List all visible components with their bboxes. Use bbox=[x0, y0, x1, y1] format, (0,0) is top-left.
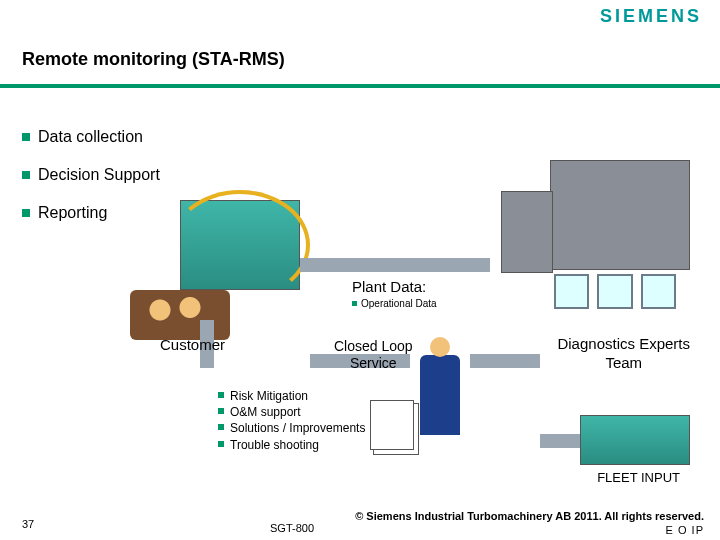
turbine-graphic bbox=[180, 200, 300, 290]
content-area: Data collection Decision Support Reporti… bbox=[0, 100, 720, 510]
closed-loop-line1: Closed Loop bbox=[334, 338, 413, 354]
report-papers-icon bbox=[370, 400, 414, 450]
operational-data-text: Operational Data bbox=[361, 298, 437, 309]
customer-people-graphic bbox=[130, 290, 230, 340]
experts-team-label: Diagnostics Experts Team bbox=[557, 335, 690, 373]
bullet-text: Reporting bbox=[38, 204, 107, 222]
bullet-icon bbox=[22, 209, 30, 217]
customer-label: Customer bbox=[160, 336, 225, 353]
fleet-graphic bbox=[580, 415, 690, 465]
classification-text: E O IP bbox=[666, 524, 704, 536]
bullet-icon bbox=[218, 408, 224, 414]
arrow-icon bbox=[300, 258, 490, 272]
bullet-icon bbox=[22, 133, 30, 141]
bullet-icon bbox=[218, 424, 224, 430]
closed-loop-label: Closed Loop Service bbox=[334, 338, 413, 372]
bullet-text: Trouble shooting bbox=[230, 437, 319, 453]
service-bullet-list: Risk Mitigation O&M support Solutions / … bbox=[218, 388, 365, 453]
brand-logo: SIEMENS bbox=[600, 6, 702, 27]
operational-data-label: Operational Data bbox=[352, 298, 437, 309]
monitor-icon bbox=[554, 274, 589, 309]
experts-workstation-graphic bbox=[550, 270, 680, 330]
bullet-icon bbox=[22, 171, 30, 179]
document-id: SGT-800 bbox=[270, 522, 314, 534]
footer: 37 SGT-800 © Siemens Industrial Turbomac… bbox=[0, 506, 720, 540]
bullet-icon bbox=[218, 392, 224, 398]
monitor-icon bbox=[641, 274, 676, 309]
bullet-text: O&M support bbox=[230, 404, 301, 420]
plant-data-label: Plant Data: bbox=[352, 278, 426, 295]
bullet-icon bbox=[218, 441, 224, 447]
arrow-icon bbox=[540, 434, 580, 448]
bullet-text: Solutions / Improvements bbox=[230, 420, 365, 436]
title-bar: Remote monitoring (STA-RMS) bbox=[0, 34, 720, 88]
top-bar: SIEMENS bbox=[0, 0, 720, 32]
monitor-icon bbox=[597, 274, 632, 309]
bullet-item: Solutions / Improvements bbox=[218, 420, 365, 436]
experts-line1: Diagnostics Experts bbox=[557, 335, 690, 352]
bullet-text: Risk Mitigation bbox=[230, 388, 308, 404]
fleet-input-label: FLEET INPUT bbox=[597, 470, 680, 485]
bullet-icon bbox=[352, 301, 357, 306]
diagram: SIEMENS Plant Data: Operational Data Cus… bbox=[110, 160, 710, 500]
experts-line2: Team bbox=[605, 354, 642, 371]
page-number: 37 bbox=[22, 518, 34, 530]
bullet-item: Data collection bbox=[22, 128, 160, 146]
copyright-text: © Siemens Industrial Turbomachinery AB 2… bbox=[355, 510, 704, 522]
bullet-text: Data collection bbox=[38, 128, 143, 146]
bullet-item: Risk Mitigation bbox=[218, 388, 365, 404]
arrow-icon bbox=[470, 354, 540, 368]
slide-title: Remote monitoring (STA-RMS) bbox=[22, 49, 285, 70]
building-graphic bbox=[550, 160, 690, 270]
closed-loop-line2: Service bbox=[350, 355, 397, 371]
bullet-item: O&M support bbox=[218, 404, 365, 420]
bullet-item: Trouble shooting bbox=[218, 437, 365, 453]
